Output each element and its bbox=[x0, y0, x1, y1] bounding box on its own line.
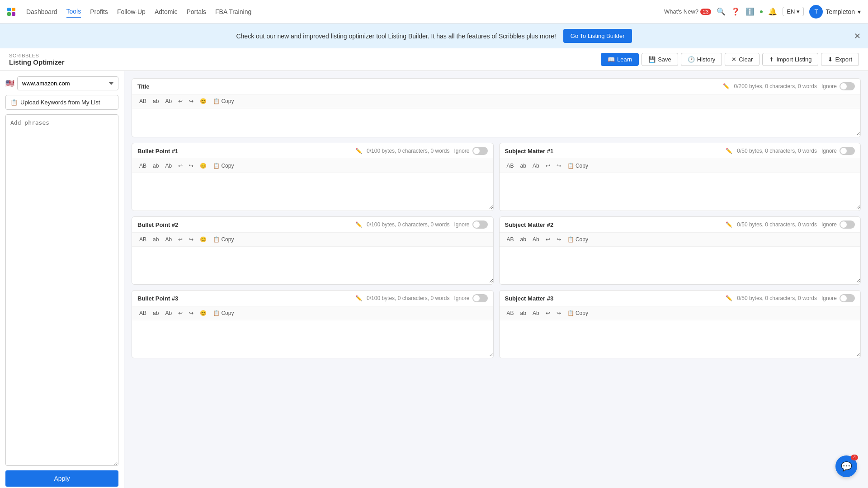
user-menu[interactable]: T Templeton ▾ bbox=[809, 5, 861, 19]
tb-ab-upper[interactable]: AB bbox=[137, 162, 148, 170]
history-button[interactable]: 🕑 History bbox=[681, 53, 722, 66]
toolbar-redo[interactable]: ↪ bbox=[187, 97, 195, 105]
toolbar-ab-title[interactable]: Ab bbox=[163, 97, 174, 105]
nav-portals[interactable]: Portals bbox=[186, 6, 206, 17]
tb-ab-lower[interactable]: ab bbox=[151, 309, 160, 317]
clear-button[interactable]: ✕ Clear bbox=[725, 53, 760, 66]
nav-followup[interactable]: Follow-Up bbox=[117, 6, 146, 17]
subject-2-textarea[interactable] bbox=[500, 247, 861, 283]
tb-copy[interactable]: 📋 Copy bbox=[211, 235, 236, 244]
nav-fba-training[interactable]: FBA Training bbox=[215, 6, 251, 17]
nav-tools[interactable]: Tools bbox=[66, 6, 81, 18]
tb-redo[interactable]: ↪ bbox=[555, 235, 563, 244]
upload-icon: 📋 bbox=[10, 99, 18, 106]
whats-new-btn[interactable]: What's New? 23 bbox=[664, 8, 711, 15]
tb-undo[interactable]: ↩ bbox=[176, 162, 184, 170]
subject-3-textarea[interactable] bbox=[500, 320, 861, 357]
toolbar-emoji[interactable]: 😊 bbox=[198, 97, 208, 105]
tb-emoji[interactable]: 😊 bbox=[198, 235, 208, 244]
chat-button[interactable]: 💬 4 bbox=[835, 455, 857, 477]
subject-2-ignore-toggle[interactable] bbox=[840, 221, 855, 229]
tb-undo[interactable]: ↩ bbox=[544, 309, 552, 317]
bell-icon[interactable]: 🔔 bbox=[768, 7, 777, 16]
export-button[interactable]: ⬇ Export bbox=[821, 53, 859, 66]
tb-ab-title[interactable]: Ab bbox=[531, 235, 541, 244]
info-icon[interactable]: ℹ️ bbox=[745, 7, 755, 16]
marketplace-select[interactable]: www.amazon.com bbox=[17, 76, 118, 90]
tb-ab-lower[interactable]: ab bbox=[519, 235, 528, 244]
toolbar-undo[interactable]: ↩ bbox=[176, 97, 184, 105]
tb-undo[interactable]: ↩ bbox=[176, 309, 184, 317]
tb-ab-title[interactable]: Ab bbox=[163, 235, 174, 244]
tb-ab-upper[interactable]: AB bbox=[137, 235, 148, 244]
subject-1-textarea[interactable] bbox=[500, 173, 861, 209]
tb-ab-upper[interactable]: AB bbox=[137, 309, 148, 317]
bullet-3-textarea[interactable] bbox=[132, 320, 493, 357]
bullet-2-textarea[interactable] bbox=[132, 247, 493, 283]
tb-ab-title[interactable]: Ab bbox=[531, 309, 541, 317]
subject-1-ignore-toggle[interactable] bbox=[840, 147, 855, 155]
subject-3-toolbar: AB ab Ab ↩ ↪ 📋 Copy bbox=[500, 306, 861, 320]
toolbar-ab-upper[interactable]: AB bbox=[137, 97, 148, 105]
help-icon[interactable]: ❓ bbox=[731, 7, 740, 16]
toolbar-copy[interactable]: 📋 Copy bbox=[211, 97, 236, 105]
tb-ab-upper[interactable]: AB bbox=[505, 309, 516, 317]
tb-undo[interactable]: ↩ bbox=[544, 235, 552, 244]
whats-new-badge: 23 bbox=[700, 9, 711, 15]
page-actions: 📖 Learn 💾 Save 🕑 History ✕ Clear ⬆ Impor… bbox=[601, 53, 859, 66]
content-area: Title ✏️ 0/200 bytes, 0 characters, 0 wo… bbox=[124, 71, 868, 488]
tb-ab-lower[interactable]: ab bbox=[519, 162, 528, 170]
bullet-1-textarea[interactable] bbox=[132, 173, 493, 209]
chevron-down-icon: ▾ bbox=[797, 8, 800, 15]
tb-ab-lower[interactable]: ab bbox=[519, 309, 528, 317]
toolbar-ab-lower[interactable]: ab bbox=[151, 97, 160, 105]
tb-undo[interactable]: ↩ bbox=[176, 235, 184, 244]
nav-profits[interactable]: Profits bbox=[90, 6, 108, 17]
tb-ab-upper[interactable]: AB bbox=[505, 235, 516, 244]
page-title-block: SCRIBBLES Listing Optimizer bbox=[9, 53, 65, 66]
upload-keywords-button[interactable]: 📋 Upload Keywords from My List bbox=[5, 95, 118, 110]
bullet-1-ignore-toggle[interactable] bbox=[472, 147, 488, 155]
tb-redo[interactable]: ↪ bbox=[555, 309, 563, 317]
tb-emoji[interactable]: 😊 bbox=[198, 309, 208, 317]
tb-ab-title[interactable]: Ab bbox=[163, 162, 174, 170]
tb-ab-title[interactable]: Ab bbox=[531, 162, 541, 170]
tb-copy[interactable]: 📋 Copy bbox=[211, 162, 236, 170]
tb-copy[interactable]: 📋 Copy bbox=[566, 235, 590, 244]
tb-undo[interactable]: ↩ bbox=[544, 162, 552, 170]
tb-emoji[interactable]: 😊 bbox=[198, 162, 208, 170]
close-banner-button[interactable]: ✕ bbox=[854, 31, 861, 41]
tb-copy[interactable]: 📋 Copy bbox=[566, 309, 590, 317]
tb-redo[interactable]: ↪ bbox=[555, 162, 563, 170]
subject-3-ignore-toggle[interactable] bbox=[840, 294, 855, 302]
fields-row-3: Bullet Point #3 ✏️ 0/100 bytes, 0 charac… bbox=[132, 290, 861, 358]
tb-ab-upper[interactable]: AB bbox=[505, 162, 516, 170]
apply-button[interactable]: Apply bbox=[5, 470, 118, 487]
edit-icon: ✏️ bbox=[723, 83, 730, 89]
chat-badge: 4 bbox=[851, 455, 858, 460]
import-listing-button[interactable]: ⬆ Import Listing bbox=[762, 53, 818, 66]
search-icon[interactable]: 🔍 bbox=[717, 7, 726, 16]
save-button[interactable]: 💾 Save bbox=[642, 53, 678, 66]
nav-dashboard[interactable]: Dashboard bbox=[26, 6, 57, 17]
tb-ab-title[interactable]: Ab bbox=[163, 309, 174, 317]
tb-redo[interactable]: ↪ bbox=[187, 309, 195, 317]
sidebar: 🇺🇸 www.amazon.com 📋 Upload Keywords from… bbox=[0, 71, 124, 488]
tb-copy[interactable]: 📋 Copy bbox=[566, 162, 590, 170]
app-name: SCRIBBLES bbox=[9, 53, 65, 58]
tb-ab-lower[interactable]: ab bbox=[151, 235, 160, 244]
title-textarea[interactable] bbox=[132, 108, 860, 136]
tb-redo[interactable]: ↪ bbox=[187, 235, 195, 244]
phrases-textarea[interactable] bbox=[5, 114, 118, 466]
lang-selector[interactable]: EN ▾ bbox=[783, 7, 804, 16]
tb-ab-lower[interactable]: ab bbox=[151, 162, 160, 170]
go-to-listing-builder-button[interactable]: Go To Listing Builder bbox=[563, 29, 632, 43]
learn-button[interactable]: 📖 Learn bbox=[601, 53, 639, 66]
tb-redo[interactable]: ↪ bbox=[187, 162, 195, 170]
bullet-3-ignore-toggle[interactable] bbox=[472, 294, 488, 302]
bullet-2-ignore-toggle[interactable] bbox=[472, 221, 488, 229]
title-ignore-toggle[interactable] bbox=[840, 82, 855, 90]
tb-copy[interactable]: 📋 Copy bbox=[211, 309, 236, 317]
subject-3-label: Subject Matter #3 bbox=[505, 295, 554, 302]
nav-adtomic[interactable]: Adtomic bbox=[155, 6, 178, 17]
